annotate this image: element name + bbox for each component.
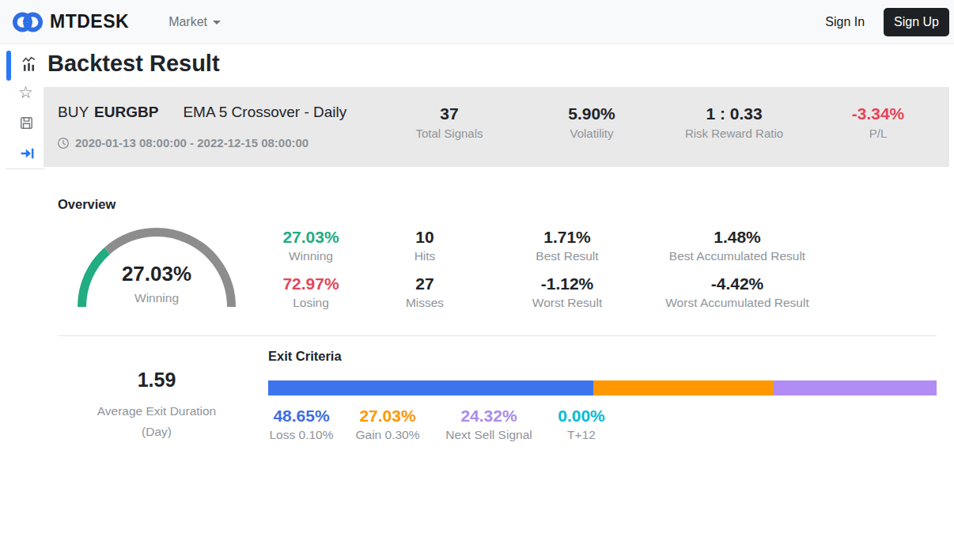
date-range: 2020-01-13 08:00:00 - 2022-12-15 08:00:0… [75, 136, 309, 149]
stat-label: Best Accumulated Result [669, 249, 805, 263]
stat-label: Risk Reward Ratio [685, 127, 783, 140]
stat-total-signals: 37 Total Signals [415, 104, 483, 140]
stat-value: 37 [415, 104, 483, 123]
exit-bar-segment [268, 380, 593, 395]
average-exit-duration: 1.59 Average Exit Duration (Day) [97, 369, 217, 442]
stat-label: P/L [852, 127, 905, 140]
gauge-label: Winning [134, 291, 179, 305]
clock-icon [57, 137, 70, 149]
page-title: Backtest Result [47, 51, 220, 77]
sign-up-button[interactable]: Sign Up [884, 8, 949, 36]
stat-value: 1.71% [536, 228, 598, 247]
exit-legend-label: Next Sell Signal [445, 428, 532, 442]
stat-label: Losing [282, 296, 339, 310]
gauge-arc-filled [82, 251, 108, 307]
stat-label: Misses [406, 296, 444, 310]
brand-name: MTDESK [50, 11, 129, 32]
sign-in-link[interactable]: Sign In [825, 15, 865, 29]
stat-pl: -3.34% P/L [852, 104, 905, 140]
instrument-row: BUY EURGBP EMA 5 Crossover - Daily [58, 104, 346, 121]
exit-legend-t12: 0.00% T+12 [558, 407, 605, 442]
stat-value: 27 [406, 274, 444, 293]
stat-value: 5.90% [568, 104, 615, 123]
sidebar-item-favorites[interactable]: ☆ [18, 84, 33, 100]
stat-label-line2: (Day) [97, 422, 217, 442]
star-icon: ☆ [18, 84, 33, 100]
stat-value: -3.34% [852, 104, 905, 123]
infinity-logo-icon [11, 9, 44, 36]
brand-logo-link[interactable]: MTDESK [11, 9, 129, 36]
sidebar-item-backtest[interactable] [21, 55, 37, 73]
backtest-summary-panel: BUY EURGBP EMA 5 Crossover - Daily 2020-… [44, 87, 949, 167]
chart-icon [21, 55, 37, 73]
market-dropdown[interactable]: Market [168, 15, 221, 29]
strategy-name: EMA 5 Crossover - Daily [183, 104, 346, 121]
exit-legend-label: Loss 0.10% [270, 428, 334, 442]
overview-stat-winning: 27.03% Winning [282, 228, 339, 263]
overview-stat-best-accumulated: 1.48% Best Accumulated Result [669, 228, 805, 263]
exit-legend-value: 24.32% [445, 407, 532, 426]
top-navbar: MTDESK Market Sign In Sign Up [0, 0, 954, 44]
exit-arrow-icon [19, 146, 36, 161]
stat-risk-reward: 1 : 0.33 Risk Reward Ratio [685, 104, 783, 140]
exit-legend-value: 0.00% [558, 407, 605, 426]
overview-stat-worst-accumulated: -4.42% Worst Accumulated Result [665, 274, 808, 310]
stat-value: 27.03% [282, 228, 339, 247]
stat-value: 10 [415, 228, 436, 247]
app-window: MTDESK Market Sign In Sign Up ☆ [0, 0, 954, 560]
date-range-row: 2020-01-13 08:00:00 - 2022-12-15 08:00:0… [57, 136, 309, 149]
gauge-value: 27.03% [122, 262, 191, 286]
stat-label: Worst Accumulated Result [665, 296, 808, 310]
trade-side: BUY [58, 104, 89, 121]
sidebar-item-exit[interactable] [19, 146, 36, 161]
overview-heading: Overview [58, 197, 115, 212]
market-dropdown-label: Market [168, 15, 207, 29]
stat-volatility: 5.90% Volatility [568, 104, 615, 140]
stat-label: Volatility [568, 127, 615, 140]
stat-value: 1.59 [97, 369, 217, 392]
stat-value: -1.12% [532, 274, 602, 293]
stat-label: Hits [415, 249, 436, 263]
overview-stat-best-result: 1.71% Best Result [536, 228, 598, 263]
exit-legend-value: 48.65% [270, 407, 334, 426]
stat-label: Best Result [536, 249, 598, 263]
sidebar-item-save[interactable] [19, 115, 34, 131]
active-page-accent-bar [6, 51, 11, 81]
exit-legend-value: 27.03% [356, 407, 420, 426]
stat-label: Winning [282, 249, 339, 263]
exit-legend-next-sell: 24.32% Next Sell Signal [445, 407, 532, 442]
overview-stat-worst-result: -1.12% Worst Result [532, 274, 602, 310]
exit-bar-segment [774, 380, 937, 395]
overview-stat-hits: 10 Hits [415, 228, 436, 263]
symbol: EURGBP [94, 104, 158, 121]
exit-bar-segment [593, 380, 774, 395]
stat-label: Average Exit Duration (Day) [97, 401, 217, 442]
stat-value: 1.48% [669, 228, 805, 247]
save-icon [19, 115, 34, 131]
stat-label: Worst Result [532, 296, 602, 310]
exit-legend-loss: 48.65% Loss 0.10% [270, 407, 334, 442]
overview-stat-misses: 27 Misses [406, 274, 444, 310]
section-divider [58, 335, 937, 336]
sidebar-divider [6, 168, 45, 169]
exit-criteria-heading: Exit Criteria [268, 349, 342, 364]
exit-legend-gain: 27.03% Gain 0.30% [356, 407, 420, 442]
stat-value: 1 : 0.33 [685, 104, 783, 123]
exit-criteria-bar [268, 380, 937, 395]
overview-stat-losing: 72.97% Losing [282, 274, 339, 310]
chevron-down-icon [213, 21, 221, 25]
stat-label-line1: Average Exit Duration [97, 401, 217, 422]
exit-legend-label: T+12 [558, 428, 605, 442]
exit-legend-label: Gain 0.30% [356, 428, 420, 442]
stat-value: -4.42% [665, 274, 808, 293]
stat-label: Total Signals [415, 127, 483, 140]
stat-value: 72.97% [282, 274, 339, 293]
